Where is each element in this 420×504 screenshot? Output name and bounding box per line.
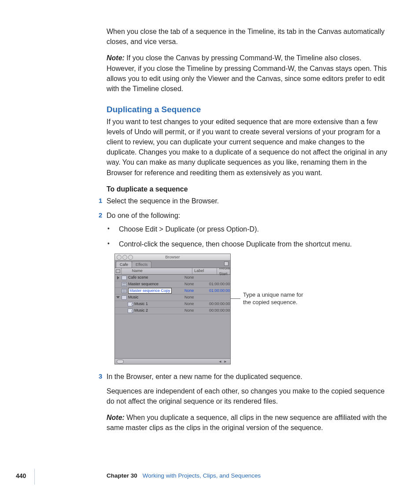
figure-wrap: Browser Cafe Effects Name Label Media St… bbox=[114, 254, 388, 364]
column-header: Name Label Media Start bbox=[115, 268, 230, 275]
note-1: Note: If you close the Canvas by pressin… bbox=[107, 53, 388, 94]
row-media: 00:00:00:00 bbox=[207, 308, 230, 313]
after-p1: Sequences are independent of each other,… bbox=[107, 386, 388, 406]
row-name: Cafe scene bbox=[127, 275, 183, 280]
folder-icon bbox=[122, 276, 127, 280]
callout-text: Type a unique name for the copied sequen… bbox=[243, 291, 309, 306]
section-heading: Duplicating a Sequence bbox=[107, 103, 388, 116]
figure-callout: Type a unique name for the copied sequen… bbox=[231, 291, 309, 306]
chapter-label: Chapter 30 bbox=[107, 472, 137, 479]
intro-paragraph: When you close the tab of a sequence in … bbox=[107, 26, 388, 47]
window-minimize-icon[interactable] bbox=[122, 255, 127, 260]
callout-line-icon bbox=[231, 298, 240, 299]
bullet-1: Choose Edit > Duplicate (or press Option… bbox=[114, 224, 388, 234]
browser-titlebar: Browser bbox=[115, 254, 230, 261]
row-label: None bbox=[183, 308, 207, 313]
row-name: Music 2 bbox=[133, 308, 183, 313]
row-label: None bbox=[183, 294, 207, 300]
step-num-1: 1 bbox=[99, 196, 102, 206]
rename-input[interactable]: Master sequence Copy bbox=[128, 288, 172, 294]
note-1-text: If you close the Canvas by pressing Comm… bbox=[107, 54, 387, 92]
clip-icon bbox=[128, 309, 133, 313]
bullet-2: Control-click the sequence, then choose … bbox=[114, 239, 388, 249]
row-media: 00:00:00:00 bbox=[207, 301, 230, 307]
step-num-2: 2 bbox=[99, 210, 102, 220]
col-name[interactable]: Name bbox=[122, 268, 192, 274]
browser-window: Browser Cafe Effects Name Label Media St… bbox=[114, 254, 231, 364]
step-1-text: Select the sequence in the Browser. bbox=[107, 197, 219, 205]
col-icon[interactable] bbox=[115, 268, 122, 274]
step-3: 3 In the Browser, enter a new name for t… bbox=[107, 372, 388, 382]
dup-intro: If you want to test changes to your edit… bbox=[107, 117, 388, 178]
footer-divider bbox=[34, 469, 35, 485]
scroll-arrows-icon[interactable]: ◄ ► bbox=[218, 359, 228, 364]
window-close-icon[interactable] bbox=[117, 255, 122, 260]
window-zoom-icon[interactable] bbox=[128, 255, 133, 260]
tab-cafe[interactable]: Cafe bbox=[116, 261, 132, 268]
row-media: 01:00:00:00 bbox=[207, 281, 230, 287]
row-music-2[interactable]: Music 2 None 00:00:00:00 bbox=[115, 308, 230, 314]
browser-footer: ◄ ► bbox=[115, 358, 230, 364]
row-label: None bbox=[183, 301, 207, 307]
page-footer: 440 Chapter 30Working with Projects, Cli… bbox=[0, 471, 420, 484]
row-label: None bbox=[183, 288, 207, 294]
note-2-text: When you duplicate a sequence, all clips… bbox=[107, 414, 387, 431]
row-name: Music 1 bbox=[133, 301, 183, 307]
note-label: Note: bbox=[107, 54, 125, 62]
step-1: 1 Select the sequence in the Browser. bbox=[107, 196, 388, 206]
row-master-sequence-copy[interactable]: Master sequence Copy None 01:00:00:00 bbox=[115, 288, 230, 294]
row-music-folder[interactable]: Music None bbox=[115, 294, 230, 301]
col-media-start[interactable]: Media Start bbox=[217, 268, 230, 274]
row-name: Music bbox=[127, 294, 183, 300]
disclosure-down-icon[interactable] bbox=[116, 296, 120, 298]
folder-icon bbox=[122, 295, 127, 300]
browser-title: Browser bbox=[165, 255, 180, 259]
row-media: 01:00:00:00 bbox=[207, 288, 230, 294]
col-label[interactable]: Label bbox=[192, 268, 217, 274]
page-number: 440 bbox=[16, 471, 26, 480]
step-3-text: In the Browser, enter a new name for the… bbox=[107, 373, 302, 380]
clip-icon bbox=[128, 302, 133, 306]
note-label: Note: bbox=[107, 414, 125, 421]
row-music-1[interactable]: Music 1 None 00:00:00:00 bbox=[115, 301, 230, 308]
browser-tabs: Cafe Effects bbox=[115, 261, 230, 268]
sequence-icon bbox=[122, 289, 127, 293]
row-label: None bbox=[183, 281, 207, 287]
step-2-text: Do one of the following: bbox=[107, 212, 180, 219]
tab-effects[interactable]: Effects bbox=[132, 261, 151, 268]
sequence-icon bbox=[122, 282, 127, 287]
note-2: Note: When you duplicate a sequence, all… bbox=[107, 412, 388, 433]
scroll-thumb-icon[interactable] bbox=[117, 360, 124, 364]
step-2: 2 Do one of the following: Choose Edit >… bbox=[107, 210, 388, 364]
step-num-3: 3 bbox=[99, 372, 102, 381]
row-name: Master sequence bbox=[127, 281, 183, 287]
task-title: To duplicate a sequence bbox=[107, 184, 388, 194]
row-label: None bbox=[183, 275, 207, 280]
disclosure-right-icon[interactable] bbox=[117, 276, 119, 280]
row-master-sequence[interactable]: Master sequence None 01:00:00:00 bbox=[115, 281, 230, 288]
row-cafe-scene[interactable]: Cafe scene None bbox=[115, 275, 230, 281]
browser-rows: Cafe scene None Master sequence None 01:… bbox=[115, 275, 230, 358]
chapter-title: Working with Projects, Clips, and Sequen… bbox=[143, 472, 261, 479]
tab-corner-icon bbox=[224, 261, 228, 266]
